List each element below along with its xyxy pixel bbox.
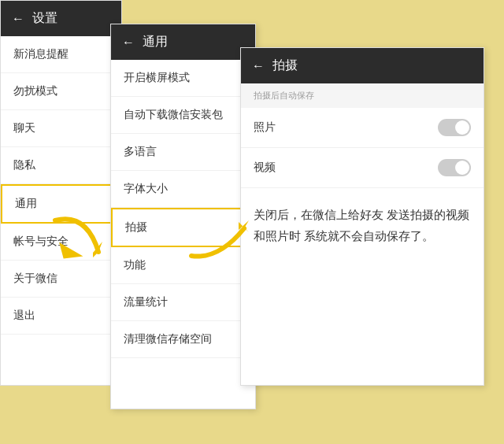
- camera-section-title: 拍摄后自动保存: [241, 83, 484, 108]
- camera-video-toggle[interactable]: [438, 159, 471, 176]
- camera-description: 关闭后，在微信上给好友 发送拍摄的视频和照片时 系统就不会自动保存了。: [241, 188, 484, 262]
- settings-item-notifications[interactable]: 新消息提醒: [1, 36, 121, 73]
- settings-item-account[interactable]: 帐号与安全: [1, 224, 121, 261]
- camera-photo-toggle[interactable]: [438, 119, 471, 136]
- general-item-camera[interactable]: 拍摄: [111, 208, 255, 247]
- general-item-landscape[interactable]: 开启横屏模式: [111, 60, 255, 97]
- settings-item-chat[interactable]: 聊天: [1, 110, 121, 147]
- settings-panel: ← 设置 新消息提醒 勿扰模式 聊天 隐私 通用 帐号与安全 关于微信 退出: [0, 0, 122, 386]
- settings-item-general[interactable]: 通用: [1, 184, 121, 224]
- general-item-storage[interactable]: 清理微信存储空间: [111, 321, 255, 358]
- camera-photo-label: 照片: [254, 120, 276, 135]
- general-item-language[interactable]: 多语言: [111, 134, 255, 171]
- settings-item-dnd[interactable]: 勿扰模式: [1, 73, 121, 110]
- general-back-button[interactable]: ←: [122, 35, 135, 50]
- general-menu: 开启横屏模式 自动下载微信安装包 多语言 字体大小 拍摄 功能 流量统计 清理微…: [111, 60, 255, 358]
- camera-panel: ← 拍摄 拍摄后自动保存 照片 视频 关闭后，在微信上给好友 发送拍摄的视频和照…: [240, 47, 484, 386]
- general-title: 通用: [143, 34, 168, 50]
- general-item-download[interactable]: 自动下载微信安装包: [111, 97, 255, 134]
- camera-back-button[interactable]: ←: [252, 59, 265, 73]
- camera-photo-row: 照片: [241, 108, 484, 148]
- settings-back-button[interactable]: ←: [12, 12, 24, 26]
- settings-item-logout[interactable]: 退出: [1, 298, 121, 335]
- camera-video-label: 视频: [254, 161, 276, 175]
- settings-item-privacy[interactable]: 隐私: [1, 147, 121, 184]
- general-item-fontsize[interactable]: 字体大小: [111, 171, 255, 208]
- general-header: ← 通用: [111, 24, 255, 60]
- camera-title: 拍摄: [272, 57, 298, 74]
- general-panel: ← 通用 开启横屏模式 自动下载微信安装包 多语言 字体大小 拍摄 功能 流量统…: [110, 24, 256, 409]
- camera-video-row: 视频: [241, 148, 484, 188]
- camera-header: ← 拍摄: [241, 48, 484, 83]
- settings-title: 设置: [32, 10, 57, 27]
- settings-header: ← 设置: [1, 1, 121, 36]
- general-item-function[interactable]: 功能: [111, 247, 255, 284]
- settings-item-about[interactable]: 关于微信: [1, 261, 121, 298]
- settings-menu: 新消息提醒 勿扰模式 聊天 隐私 通用 帐号与安全 关于微信 退出: [1, 36, 121, 335]
- general-item-traffic[interactable]: 流量统计: [111, 284, 255, 321]
